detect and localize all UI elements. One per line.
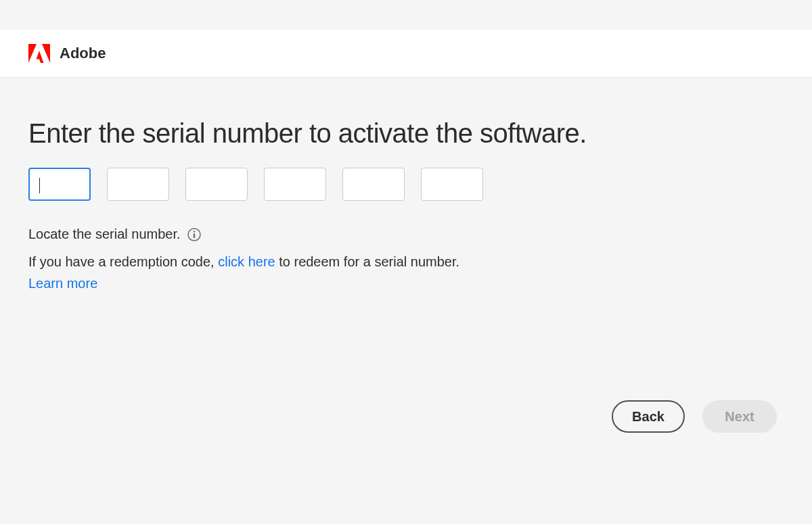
svg-rect-2 (193, 233, 194, 238)
top-spacer (0, 0, 812, 30)
page-heading: Enter the serial number to activate the … (28, 118, 784, 149)
brand-name: Adobe (60, 45, 106, 62)
redemption-suffix: to redeem for a serial number. (275, 254, 459, 269)
serial-input-6[interactable] (421, 168, 483, 201)
serial-input-5[interactable] (342, 168, 405, 201)
adobe-logo-icon (28, 44, 50, 63)
button-row: Back Next (0, 400, 812, 433)
logo-container: Adobe (28, 44, 106, 63)
header-bar: Adobe (0, 30, 812, 78)
redemption-line: If you have a redemption code, click her… (28, 252, 784, 272)
serial-input-1[interactable] (28, 168, 91, 201)
click-here-link[interactable]: click here (218, 254, 275, 269)
info-icon[interactable] (187, 228, 201, 241)
back-button[interactable]: Back (612, 400, 685, 433)
serial-input-3[interactable] (185, 168, 248, 201)
serial-input-2[interactable] (107, 168, 169, 201)
main-content: Enter the serial number to activate the … (0, 78, 812, 291)
locate-serial-text: Locate the serial number. (28, 227, 181, 242)
serial-input-4[interactable] (264, 168, 326, 201)
locate-serial-row: Locate the serial number. (28, 227, 784, 242)
svg-point-1 (193, 231, 195, 233)
learn-more-link[interactable]: Learn more (28, 276, 784, 291)
redemption-prefix: If you have a redemption code, (28, 254, 218, 269)
next-button[interactable]: Next (702, 400, 777, 433)
serial-input-row (28, 168, 784, 201)
